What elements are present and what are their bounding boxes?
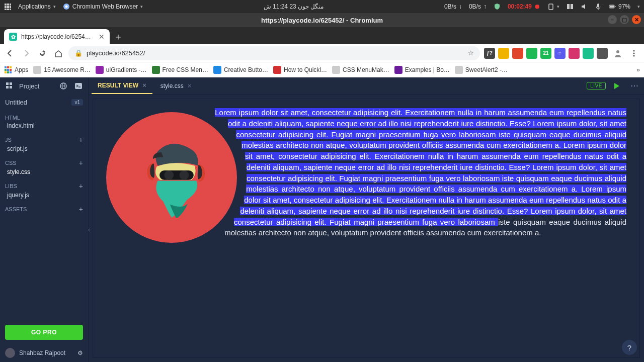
bookmark-apps[interactable]: Apps [4,66,28,74]
window-close[interactable]: ✕ [632,15,641,24]
tab-result-view[interactable]: RESULT VIEW × [92,77,152,94]
window-title: https://playcode.io/625452/ - Chromium [261,17,383,24]
bookmark-label: How to Quickl… [284,66,327,73]
file-jquery-js[interactable]: jquery.js [0,190,88,200]
sidebar-menu-button[interactable] [4,80,15,92]
project-menu[interactable]: Project [19,82,54,90]
power-icon[interactable]: ▾ [637,4,640,9]
browser-menu[interactable]: Chromium Web Browser ▾ [63,3,143,10]
file-script-js[interactable]: script.js [0,144,88,154]
bookmark-favicon [394,66,403,74]
extension-button[interactable]: ƒ? [484,48,495,59]
star-icon[interactable]: ☆ [468,49,474,57]
add-js-button[interactable]: + [79,136,83,144]
avatar-illustration [106,112,237,243]
nav-back[interactable] [4,47,16,59]
svg-rect-0 [5,4,7,6]
arrow-up-icon: ↑ [484,3,487,10]
bookmark-item[interactable]: How to Quickl… [273,66,327,74]
svg-point-20 [633,52,634,54]
help-button[interactable]: ? [622,340,637,355]
selected-text: Lorem ipsum dolor sit amet, consectetur … [215,108,626,226]
project-title-row[interactable]: Untitled v1 [0,95,88,110]
result-pane[interactable]: Lorem ipsum dolor sit amet, consectetur … [93,99,640,358]
gear-icon[interactable]: ⚙ [77,349,83,356]
bookmark-favicon [152,66,160,74]
shield-icon[interactable] [494,3,501,10]
bookmark-item[interactable]: 15 Awesome R… [33,66,91,74]
extension-button[interactable] [597,48,608,59]
bookmark-label: Examples | Bo… [405,66,450,73]
section-libs: LIBS+ [0,180,88,190]
user-row[interactable]: Shahbaz Rajpoot ⚙ [0,344,88,362]
workspace-icon[interactable] [567,3,574,10]
clock[interactable]: منگل جون 23 11:24 ش [264,3,324,10]
activities-button[interactable] [4,3,11,10]
svg-rect-22 [5,66,7,68]
tab-style-css[interactable]: style.css × [154,77,198,94]
add-lib-button[interactable]: + [79,182,83,190]
svg-rect-33 [6,86,9,88]
nav-forward[interactable] [20,47,32,59]
close-tab-icon[interactable]: × [142,81,146,89]
bookmark-label: uiGradients -… [106,66,147,73]
file-style-css[interactable]: style.css [0,167,88,177]
bookmark-item[interactable]: Creative Butto… [213,66,268,74]
new-tab-button[interactable]: ＋ [112,30,125,43]
extension-button[interactable]: 21 [540,48,551,59]
bookmarks-overflow[interactable]: » [636,66,640,73]
browser-tab[interactable]: ✿ https://playcode.io/6254… ✕ [4,29,110,44]
window-maximize[interactable]: ▢ [620,15,629,24]
clipboard-icon[interactable]: ▾ [547,3,559,10]
bookmark-item[interactable]: CSS MenuMak… [332,66,389,74]
close-tab-icon[interactable]: × [188,82,192,89]
go-pro-button[interactable]: GO PRO [5,325,83,340]
share-button[interactable] [58,80,69,92]
extension-button[interactable] [569,48,580,59]
mic-icon[interactable] [595,3,602,10]
window-titlebar[interactable]: https://playcode.io/625452/ - Chromium –… [0,13,644,27]
net-up[interactable]: 0B/s ↑ [469,3,487,10]
live-indicator[interactable]: LIVE [587,82,606,89]
svg-point-39 [179,170,189,180]
svg-rect-1 [7,4,9,6]
battery-indicator[interactable]: 97% [609,3,630,10]
result-content[interactable]: Lorem ipsum dolor sit amet, consectetur … [93,99,639,246]
svg-rect-28 [5,71,7,73]
add-css-button[interactable]: + [79,159,83,167]
address-bar[interactable]: 🔒 playcode.io/625452/ ☆ [68,46,480,60]
bookmark-item[interactable]: Examples | Bo… [394,66,450,74]
extension-button[interactable] [583,48,594,59]
extension-button[interactable] [526,48,537,59]
bookmark-label: Free CSS Men… [163,66,208,73]
extension-button[interactable] [498,48,509,59]
bookmark-item[interactable]: Free CSS Men… [152,66,208,74]
playcode-editor: Project Untitled v1 HTML index.html JS+ … [0,77,644,362]
svg-point-18 [616,50,619,53]
close-tab-icon[interactable]: ✕ [99,33,105,41]
more-button[interactable]: ⋯ [628,79,641,93]
svg-rect-26 [7,69,9,71]
project-title: Untitled [5,99,27,106]
volume-icon[interactable] [581,3,588,10]
run-button[interactable] [610,79,623,93]
applications-menu[interactable]: Applications ▾ [18,3,56,10]
bookmark-favicon [33,66,41,74]
bookmark-item[interactable]: SweetAlert2 -… [455,66,508,74]
nav-reload[interactable] [36,47,48,59]
browser-menu-button[interactable] [628,47,640,59]
add-asset-button[interactable]: + [79,205,83,213]
section-css: CSS+ [0,157,88,167]
profile-avatar[interactable] [612,47,624,59]
screen-recorder[interactable]: 00:02:49 ⏺ [508,3,540,10]
bookmark-item[interactable]: uiGradients -… [96,66,147,74]
net-down[interactable]: 0B/s ↓ [444,3,462,10]
nav-home[interactable] [52,47,64,59]
svg-rect-8 [10,9,11,10]
window-minimize[interactable]: – [608,15,617,24]
file-index-html[interactable]: index.html [0,121,88,131]
extension-button[interactable]: ≡ [554,48,566,59]
extension-button[interactable] [512,48,523,59]
resize-handle[interactable]: ‹ [87,220,92,240]
open-console-button[interactable] [73,80,84,92]
